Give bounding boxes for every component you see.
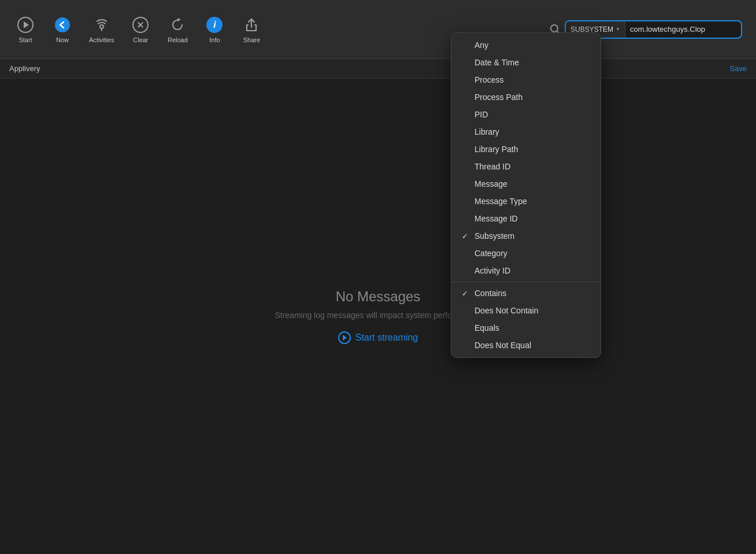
dropdown-item-any[interactable]: Any xyxy=(451,36,601,54)
dropdown-item-library[interactable]: Library xyxy=(451,123,601,141)
start-icon xyxy=(16,16,35,34)
reload-button[interactable]: Reload xyxy=(161,12,194,47)
info-button[interactable]: i Info xyxy=(198,12,231,47)
dropdown-item-activity-id[interactable]: Activity ID xyxy=(451,262,601,279)
dropdown-item-does-not-equal[interactable]: Does Not Equal xyxy=(451,337,601,354)
dropdown-item-message-type[interactable]: Message Type xyxy=(451,193,601,210)
dropdown-item-does-not-contain[interactable]: Does Not Contain xyxy=(451,302,601,319)
save-button[interactable]: Save xyxy=(729,64,747,73)
filter-dropdown-menu: AnyDate & TimeProcessProcess PathPIDLibr… xyxy=(451,32,601,358)
dropdown-item-message[interactable]: Message xyxy=(451,175,601,193)
now-icon xyxy=(53,16,72,34)
dropdown-group2: ContainsDoes Not ContainEqualsDoes Not E… xyxy=(451,285,601,354)
dropdown-item-thread-id[interactable]: Thread ID xyxy=(451,158,601,175)
no-messages-subtitle: Streaming log messages will impact syste… xyxy=(275,311,481,320)
start-label: Start xyxy=(18,36,32,43)
breadcrumb: Applivery xyxy=(9,64,40,73)
start-button[interactable]: Start xyxy=(9,12,42,47)
dropdown-divider xyxy=(451,282,601,282)
activities-label: Activities xyxy=(89,36,114,43)
dropdown-item-process[interactable]: Process xyxy=(451,71,601,88)
dropdown-group1: AnyDate & TimeProcessProcess PathPIDLibr… xyxy=(451,36,601,279)
start-streaming-label: Start streaming xyxy=(355,333,418,343)
info-label: Info xyxy=(209,36,220,43)
activities-button[interactable]: Activities xyxy=(83,12,120,47)
now-label: Now xyxy=(56,36,69,43)
clear-icon xyxy=(131,16,150,34)
dropdown-item-equals[interactable]: Equals xyxy=(451,319,601,337)
clear-button[interactable]: Clear xyxy=(124,12,157,47)
no-messages-title: No Messages xyxy=(336,289,421,305)
svg-point-4 xyxy=(551,25,558,32)
breadcrumb-bar: Applivery Save xyxy=(0,59,756,79)
toolbar: Start Now Activities Clear xyxy=(0,0,756,59)
svg-marker-3 xyxy=(177,18,181,21)
chevron-down-icon: ▼ xyxy=(616,27,620,32)
search-input[interactable] xyxy=(625,21,741,38)
start-streaming-button[interactable]: Start streaming xyxy=(338,331,418,344)
dropdown-item-date-time[interactable]: Date & Time xyxy=(451,54,601,71)
dropdown-item-message-id[interactable]: Message ID xyxy=(451,210,601,227)
reload-icon xyxy=(168,16,187,34)
clear-label: Clear xyxy=(133,36,148,43)
share-label: Share xyxy=(243,36,260,43)
activities-icon xyxy=(92,16,111,34)
dropdown-item-subsystem[interactable]: Subsystem xyxy=(451,227,601,245)
share-button[interactable]: Share xyxy=(235,12,268,47)
svg-point-0 xyxy=(55,17,70,32)
dropdown-item-contains[interactable]: Contains xyxy=(451,285,601,302)
dropdown-item-category[interactable]: Category xyxy=(451,245,601,262)
dropdown-item-pid[interactable]: PID xyxy=(451,106,601,123)
dropdown-item-process-path[interactable]: Process Path xyxy=(451,88,601,106)
share-icon xyxy=(242,16,261,34)
info-icon: i xyxy=(205,16,224,34)
reload-label: Reload xyxy=(168,36,188,43)
dropdown-item-library-path[interactable]: Library Path xyxy=(451,141,601,158)
stream-play-icon xyxy=(338,331,351,344)
main-content: No Messages Streaming log messages will … xyxy=(0,79,756,554)
now-button[interactable]: Now xyxy=(46,12,79,47)
